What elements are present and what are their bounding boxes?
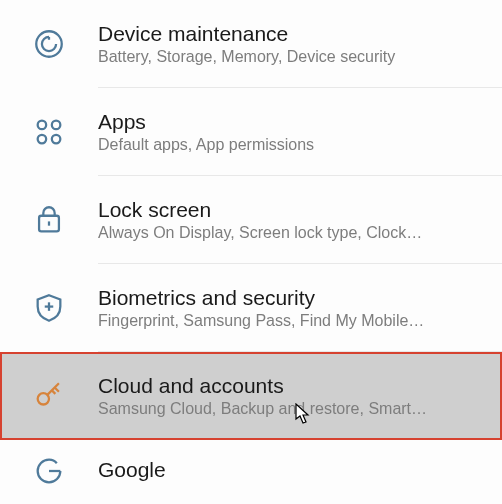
device-maintenance-icon [0,27,98,61]
svg-point-4 [38,135,47,144]
svg-line-12 [55,388,59,392]
svg-point-10 [38,393,49,404]
svg-point-0 [36,31,62,57]
settings-item-title: Cloud and accounts [98,374,486,398]
shield-icon [0,291,98,325]
apps-icon [0,115,98,149]
lock-icon [0,203,98,237]
settings-item-text: Lock screen Always On Display, Screen lo… [98,198,502,242]
settings-item-text: Cloud and accounts Samsung Cloud, Backup… [98,374,502,418]
settings-item-title: Lock screen [98,198,486,222]
settings-item-subtitle: Fingerprint, Samsung Pass, Find My Mobil… [98,312,486,330]
svg-point-2 [38,121,47,130]
settings-list: Device maintenance Battery, Storage, Mem… [0,0,502,502]
settings-item-cloud-accounts[interactable]: Cloud and accounts Samsung Cloud, Backup… [0,352,502,440]
settings-item-subtitle: Samsung Cloud, Backup and restore, Smart… [98,400,486,418]
settings-item-text: Device maintenance Battery, Storage, Mem… [98,22,502,66]
settings-item-title: Apps [98,110,486,134]
settings-item-title: Device maintenance [98,22,486,46]
settings-item-title: Google [98,458,486,482]
settings-item-device-maintenance[interactable]: Device maintenance Battery, Storage, Mem… [0,0,502,88]
settings-item-text: Google [98,458,502,484]
svg-line-13 [52,390,56,394]
google-icon [0,454,98,488]
svg-point-5 [52,135,61,144]
settings-item-google[interactable]: Google [0,440,502,502]
svg-point-3 [52,121,61,130]
settings-item-subtitle: Always On Display, Screen lock type, Clo… [98,224,486,242]
settings-item-lock-screen[interactable]: Lock screen Always On Display, Screen lo… [0,176,502,264]
settings-item-biometrics-security[interactable]: Biometrics and security Fingerprint, Sam… [0,264,502,352]
key-icon [0,379,98,413]
settings-item-apps[interactable]: Apps Default apps, App permissions [0,88,502,176]
settings-item-subtitle: Battery, Storage, Memory, Device securit… [98,48,486,66]
settings-item-subtitle: Default apps, App permissions [98,136,486,154]
settings-item-text: Apps Default apps, App permissions [98,110,502,154]
settings-item-text: Biometrics and security Fingerprint, Sam… [98,286,502,330]
settings-item-title: Biometrics and security [98,286,486,310]
